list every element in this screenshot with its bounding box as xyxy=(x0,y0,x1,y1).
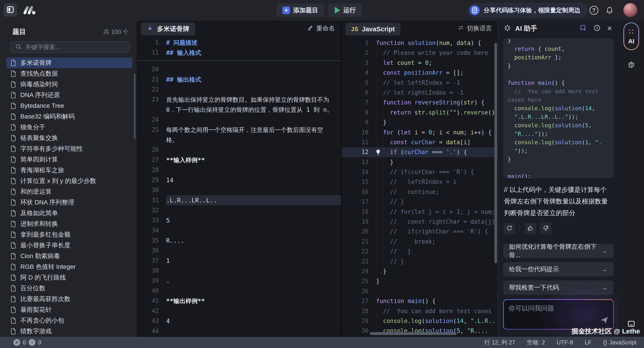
debug-rail-button[interactable] xyxy=(626,60,636,70)
md-line[interactable]: 39. xyxy=(137,276,341,286)
sidebar-item[interactable]: 计算位置 x 到 y 的最少步数 xyxy=(6,176,132,186)
code-line[interactable]: 27function main() { xyxy=(342,296,498,306)
code-line[interactable]: 29console.log(solution(14, ".L.R.. xyxy=(342,316,498,326)
sidebar-item[interactable]: 进制求和转换 xyxy=(6,218,132,229)
rename-button[interactable]: 重命名 xyxy=(307,24,335,33)
eol[interactable]: LF xyxy=(585,339,592,346)
md-line[interactable]: 40 xyxy=(137,286,341,296)
code-line[interactable]: 11const curChar = data[i] xyxy=(342,137,498,147)
editor-horizontal-scrollbar[interactable] xyxy=(370,332,456,335)
thumbs-up-button[interactable] xyxy=(524,223,536,234)
sidebar-item[interactable]: 及格如此简单 xyxy=(6,208,132,218)
code-line[interactable]: 16// continue; xyxy=(342,187,498,197)
sidebar-item[interactable]: 暴雨梨花针 xyxy=(6,304,132,315)
markdown-body[interactable]: 2021## 输出格式2223首先输出保持竖立的骨牌数目。如果保持竖立的骨牌数目… xyxy=(137,61,341,337)
sidebar-item[interactable]: Base32 编码和解码 xyxy=(6,111,132,122)
md-line[interactable]: 26 xyxy=(137,145,341,155)
close-icon[interactable]: ✕ xyxy=(607,25,612,32)
sidebar-toggle-button[interactable] xyxy=(4,3,17,17)
regenerate-button[interactable] xyxy=(504,223,515,234)
md-line[interactable]: 25每两个数之间用一个空格隔开，注意最后一个数后面没有空格。 xyxy=(137,125,341,145)
sidebar-item[interactable]: 多米诺骨牌 xyxy=(6,58,132,68)
code-line[interactable]: 12if (curChar === '.') { xyxy=(342,147,498,157)
sidebar-item[interactable]: 字符串有多少种可能性 xyxy=(6,143,132,154)
code-line[interactable]: 19// const rightChar = data[j] xyxy=(342,217,498,226)
ai-suggestion-button[interactable]: 给我一些代码提示→ xyxy=(503,262,614,276)
sidebar-item[interactable]: 不再贪心的小包 xyxy=(6,315,132,326)
code-line[interactable]: 2// Please write your code here xyxy=(342,48,498,58)
code-line[interactable]: 13} xyxy=(342,157,498,167)
md-line[interactable]: 22 xyxy=(137,84,341,94)
code-line[interactable]: 6// let rightLIndex = -1 xyxy=(342,88,498,98)
code-line[interactable]: 15// leftRIndex = i xyxy=(342,177,498,187)
lightbulb-icon[interactable] xyxy=(375,149,382,156)
promo-banner[interactable]: 分享代码练习体验，领限量定制周边 xyxy=(467,3,587,17)
search-box[interactable] xyxy=(10,42,130,53)
code-area[interactable]: 1function solution(num, data) {2// Pleas… xyxy=(342,36,498,337)
add-problem-button[interactable]: + 添加题目 xyxy=(276,4,324,17)
run-button[interactable]: 运行 xyxy=(328,4,362,17)
sidebar-item[interactable]: RGB 色值转 Integer xyxy=(6,262,132,272)
sidebar-item[interactable]: Bytedance Tree xyxy=(6,100,132,111)
md-line[interactable]: 11## 输入格式 xyxy=(137,48,341,58)
sidebar-item[interactable]: 环状 DNA 序列整理 xyxy=(6,197,132,208)
md-line[interactable]: 2914 xyxy=(137,175,341,185)
sidebar-item[interactable]: 和的逆运算 xyxy=(6,186,132,197)
editor-vertical-scrollbar[interactable] xyxy=(494,43,497,263)
code-line[interactable]: 9} xyxy=(342,118,498,127)
code-line[interactable]: 14// if(curChar === 'R') { xyxy=(342,167,498,177)
sidebar-item[interactable]: Cion 勒索病毒 xyxy=(6,251,132,262)
code-line[interactable]: 4const positionArr = []; xyxy=(342,68,498,78)
ai-input[interactable]: 你可以问我问题 xyxy=(504,300,613,329)
send-icon[interactable] xyxy=(600,316,609,326)
md-line[interactable]: 335 xyxy=(137,216,341,226)
ai-rail-button[interactable]: AI xyxy=(624,22,639,50)
marscode-logo[interactable] xyxy=(23,6,37,16)
language-mode[interactable]: {} JavaScript xyxy=(603,339,636,346)
md-line[interactable]: 32 xyxy=(137,205,341,216)
code-line[interactable]: 10for (let i = 0; i < num; i++) { xyxy=(342,128,498,137)
switch-language-button[interactable]: 切换语言 xyxy=(458,24,492,33)
md-line[interactable]: 1# 问题描述 xyxy=(137,38,341,48)
code-line[interactable]: 17// } xyxy=(342,197,498,207)
md-line[interactable]: 30 xyxy=(137,185,341,195)
sidebar-item[interactable]: 病毒感染时间 xyxy=(6,79,132,90)
encoding[interactable]: UTF-8 xyxy=(556,339,573,346)
md-line[interactable]: 434 xyxy=(137,316,341,326)
md-line[interactable]: 38 xyxy=(137,266,341,276)
md-line[interactable]: 28 xyxy=(137,165,341,175)
code-line[interactable]: 18// for(let j = i + 1; j < num; xyxy=(342,207,498,217)
problems-status[interactable]: ✕ 0 ! 0 xyxy=(14,339,41,346)
md-line[interactable]: 453 6 13 14 xyxy=(137,336,341,337)
ai-suggestion-button[interactable]: 帮我检查一下代码→ xyxy=(503,280,614,295)
sidebar-item[interactable]: 猫鱼分干 xyxy=(6,122,132,132)
md-line[interactable]: 41**输出样例** xyxy=(137,296,341,306)
code-line[interactable]: 8return str.split("").reverse() xyxy=(342,108,498,118)
sidebar-item[interactable]: 最小替换子串长度 xyxy=(6,240,132,251)
md-line[interactable]: 34 xyxy=(137,226,341,236)
md-line[interactable]: 21## 输出格式 xyxy=(137,74,341,84)
sidebar-item[interactable]: 青海湖租车之旅 xyxy=(6,165,132,176)
sidebar-item[interactable]: 猜数字游戏 xyxy=(6,326,132,336)
sidebar-item[interactable]: 简单四则计算 xyxy=(6,154,132,165)
sidebar-item[interactable]: 查找热点数据 xyxy=(6,68,132,79)
history-icon[interactable] xyxy=(593,24,601,33)
sidebar-item[interactable]: 比赛最高获胜次数 xyxy=(6,294,132,304)
sidebar-item[interactable]: DNA 序列还原 xyxy=(6,90,132,100)
code-line[interactable]: 25} xyxy=(342,276,498,286)
code-line[interactable]: 3let count = 0; xyxy=(342,58,498,68)
language-tab[interactable]: JS JavaScript xyxy=(345,23,400,35)
md-line[interactable]: 24 xyxy=(137,115,341,125)
new-chat-icon[interactable] xyxy=(579,24,587,33)
sidebar-item[interactable]: 百分位数 xyxy=(6,283,132,294)
sidebar-scrollbar[interactable] xyxy=(134,74,136,139)
md-line[interactable]: 20 xyxy=(137,64,341,74)
code-line[interactable]: 28// You can add more test cases xyxy=(342,306,498,316)
code-line[interactable]: 7function reverseString(str) { xyxy=(342,98,498,107)
md-line[interactable]: 44 xyxy=(137,326,341,336)
user-avatar[interactable] xyxy=(624,3,637,17)
cursor-position[interactable]: 行 12, 列 27 xyxy=(484,338,516,346)
code-line[interactable]: 24} xyxy=(342,266,498,276)
code-line[interactable]: 21// break; xyxy=(342,236,498,246)
code-line[interactable]: 26 xyxy=(342,286,498,296)
